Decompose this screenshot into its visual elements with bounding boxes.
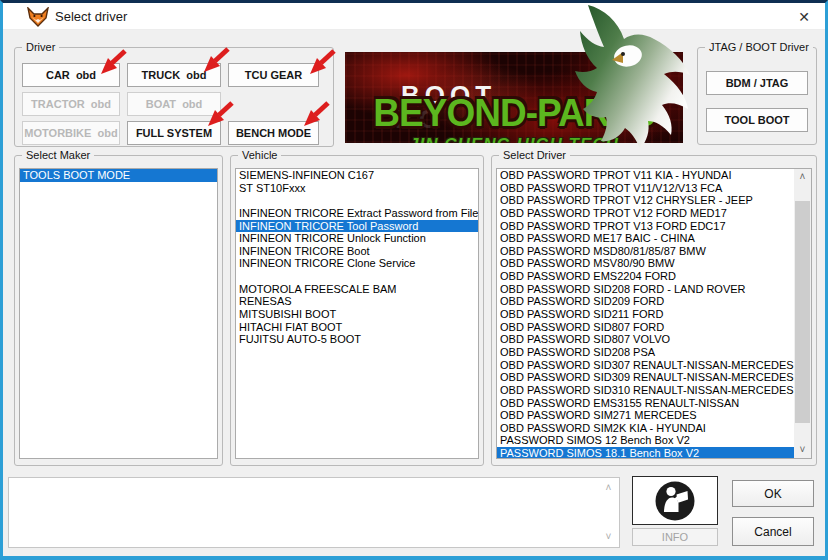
- maker-list-item[interactable]: TOOLS BOOT MODE: [20, 169, 217, 182]
- driver-list-item[interactable]: OBD PASSWORD SID807 VOLVO: [497, 333, 794, 346]
- notes-scroll-up-icon[interactable]: ˄: [600, 480, 617, 496]
- eagle-watermark-icon: [558, 3, 708, 155]
- vehicle-list: SIEMENS-INFINEON C167ST ST10Fxxx INFINEO…: [235, 168, 479, 459]
- driver-mode-button[interactable]: TRACTOR obd: [22, 92, 120, 116]
- driver-list-item[interactable]: OBD PASSWORD SID310 RENAULT-NISSAN-MERCE…: [497, 384, 794, 397]
- annotation-arrow-full-system: [206, 100, 236, 128]
- vehicle-group: Vehicle SIEMENS-INFINEON C167ST ST10Fxxx…: [230, 155, 484, 466]
- vehicle-list-item[interactable]: INFINEON TRICORE Extract Password from F…: [236, 207, 478, 220]
- ok-button[interactable]: OK: [732, 480, 814, 507]
- jtag-boot-group: JTAG / BOOT Driver BDM / JTAG TOOL BOOT: [697, 47, 817, 145]
- vehicle-list-item[interactable]: HITACHI FIAT BOOT: [236, 321, 478, 334]
- driver-list-item[interactable]: OBD PASSWORD TPROT V12 FORD MED17: [497, 207, 794, 220]
- annotation-arrow-car-obd: [99, 48, 129, 76]
- vehicle-list-item[interactable]: INFINEON TRICORE Unlock Function: [236, 232, 478, 245]
- maker-list: TOOLS BOOT MODE: [19, 168, 218, 459]
- driver-list-item[interactable]: OBD PASSWORD MSD80/81/85/87 BMW: [497, 245, 794, 258]
- driver-notes-box[interactable]: ˄ ˅: [8, 477, 620, 548]
- driver-list-item[interactable]: OBD PASSWORD TPROT V12 CHRYSLER - JEEP: [497, 194, 794, 207]
- driver-group: Driver CAR obdTRUCK obdTCU GEARTRACTOR o…: [14, 47, 334, 147]
- app-logo-fox-icon: [27, 7, 49, 27]
- driver-list-item[interactable]: OBD PASSWORD TPROT V11/V12/V13 FCA: [497, 182, 794, 195]
- driver-list-item[interactable]: OBD PASSWORD SID211 FORD: [497, 308, 794, 321]
- info-button-label[interactable]: INFO: [632, 528, 718, 546]
- vehicle-list-item[interactable]: ST ST10Fxxx: [236, 182, 478, 195]
- select-maker-group: Select Maker TOOLS BOOT MODE: [14, 155, 223, 466]
- driver-group-label: Driver: [22, 41, 59, 53]
- person-reading-manual-icon: [654, 480, 696, 522]
- vehicle-list-item[interactable]: [236, 194, 478, 207]
- vehicle-list-item[interactable]: MOTOROLA FREESCALE BAM: [236, 283, 478, 296]
- select-maker-label: Select Maker: [22, 149, 94, 161]
- driver-list-item[interactable]: OBD PASSWORD SIM271 MERCEDES: [497, 409, 794, 422]
- window-title: Select driver: [55, 9, 127, 24]
- vehicle-list-item[interactable]: MITSUBISHI BOOT: [236, 308, 478, 321]
- select-driver-group: Select Driver OBD PASSWORD TPROT V11 KIA…: [491, 155, 817, 466]
- driver-list-item[interactable]: OBD PASSWORD ME17 BAIC - CHINA: [497, 232, 794, 245]
- vehicle-list-item[interactable]: FUJITSU AUTO-5 BOOT: [236, 333, 478, 346]
- vehicle-list-item[interactable]: [236, 270, 478, 283]
- vehicle-list-item[interactable]: INFINEON TRICORE Tool Password: [236, 220, 478, 233]
- driver-list-item[interactable]: OBD PASSWORD TPROT V13 FORD EDC17: [497, 220, 794, 233]
- driver-list-item[interactable]: OBD PASSWORD SID307 RENAULT-NISSAN-MERCE…: [497, 359, 794, 372]
- driver-list-scrollbar[interactable]: ˄ ˅: [794, 169, 811, 458]
- driver-list-item[interactable]: OBD PASSWORD SID807 FORD: [497, 321, 794, 334]
- scrollbar-thumb[interactable]: [795, 201, 810, 423]
- vehicle-list-item[interactable]: SIEMENS-INFINEON C167: [236, 169, 478, 182]
- select-driver-dialog: Select driver ✕ Driver CAR obdTRUCK obdT…: [0, 0, 828, 560]
- driver-list-item[interactable]: PASSWORD SIMOS 18.1 Bench Box V2: [497, 447, 794, 459]
- driver-list-item[interactable]: OBD PASSWORD EMS2204 FORD: [497, 270, 794, 283]
- driver-list-item[interactable]: OBD PASSWORD SID309 RENAULT-NISSAN-MERCE…: [497, 371, 794, 384]
- driver-list-item[interactable]: PASSWORD SIMOS 12 Bench Box V2: [497, 434, 794, 447]
- driver-list: OBD PASSWORD TPROT V11 KIA - HYUNDAIOBD …: [496, 168, 812, 459]
- driver-list-item[interactable]: OBD PASSWORD SIM2K KIA - HYUNDAI: [497, 422, 794, 435]
- info-button[interactable]: [632, 476, 718, 525]
- driver-list-item[interactable]: OBD PASSWORD SID208 FORD - LAND ROVER: [497, 283, 794, 296]
- annotation-arrow-tcu-gear: [308, 48, 338, 76]
- scroll-down-icon[interactable]: ˅: [794, 442, 811, 458]
- driver-mode-button[interactable]: TCU GEAR: [228, 63, 319, 87]
- notes-scroll-down-icon[interactable]: ˅: [600, 529, 617, 545]
- jtag-boot-group-label: JTAG / BOOT Driver: [705, 41, 813, 53]
- driver-list-item[interactable]: OBD PASSWORD MSV80/90 BMW: [497, 257, 794, 270]
- cancel-button[interactable]: Cancel: [732, 517, 814, 546]
- tool-boot-button[interactable]: TOOL BOOT: [706, 108, 808, 132]
- vehicle-label: Vehicle: [238, 149, 281, 161]
- driver-list-item[interactable]: OBD PASSWORD SID209 FORD: [497, 295, 794, 308]
- annotation-arrow-bench-mode: [302, 100, 332, 128]
- bdm-jtag-button[interactable]: BDM / JTAG: [706, 71, 808, 95]
- vehicle-list-item[interactable]: INFINEON TRICORE Boot: [236, 245, 478, 258]
- vehicle-list-item[interactable]: RENESAS: [236, 295, 478, 308]
- annotation-arrow-truck-obd: [202, 46, 232, 74]
- scroll-up-icon[interactable]: ˄: [794, 169, 811, 185]
- driver-list-item[interactable]: OBD PASSWORD TPROT V11 KIA - HYUNDAI: [497, 169, 794, 182]
- driver-mode-button[interactable]: MOTORBIKE obd: [22, 121, 120, 145]
- driver-list-item[interactable]: OBD PASSWORD SID208 PSA: [497, 346, 794, 359]
- driver-list-item[interactable]: OBD PASSWORD EMS3155 RENAULT-NISSAN: [497, 397, 794, 410]
- driver-button-grid: CAR obdTRUCK obdTCU GEARTRACTOR obdBOAT …: [22, 63, 319, 145]
- close-icon[interactable]: ✕: [793, 7, 815, 27]
- vehicle-list-item[interactable]: INFINEON TRICORE Clone Service: [236, 257, 478, 270]
